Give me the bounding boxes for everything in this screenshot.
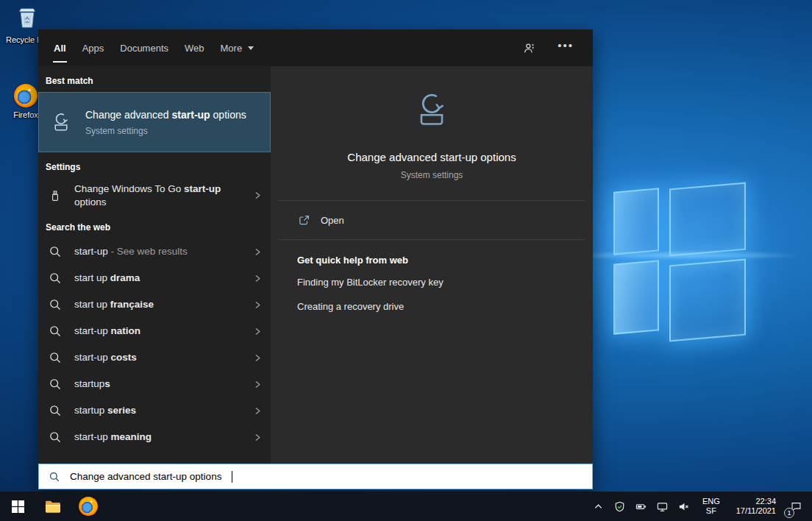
file-explorer-button[interactable] — [35, 492, 71, 521]
row-label: start-up costs — [74, 351, 137, 364]
action-center-button[interactable]: 1 — [784, 492, 812, 521]
search-icon — [49, 378, 62, 391]
search-icon — [49, 430, 62, 444]
clock-time: 22:34 — [755, 497, 776, 506]
web-suggestion[interactable]: start-up costs — [38, 344, 271, 371]
settings-result[interactable]: Change Windows To Go start-up options — [38, 178, 271, 213]
recycle-bin-icon — [13, 4, 41, 32]
tab-web[interactable]: Web — [177, 29, 213, 66]
chevron-right-icon — [254, 327, 262, 336]
row-label: startups — [74, 378, 110, 391]
chevron-right-icon — [254, 248, 262, 256]
taskbar-clock[interactable]: 22:34 17/11/2021 — [728, 497, 784, 516]
help-link[interactable]: Creating a recovery drive — [297, 294, 584, 319]
web-suggestion[interactable]: start-up nation — [38, 318, 271, 344]
row-label: start-up meaning — [74, 430, 152, 444]
settings-header: Settings — [38, 152, 271, 178]
row-label: start up drama — [74, 272, 140, 285]
web-suggestion[interactable]: start-up meaning — [38, 424, 271, 450]
security-shield-icon[interactable] — [609, 492, 630, 521]
best-match-result[interactable]: Change advanced start-up options System … — [38, 92, 271, 152]
search-icon — [49, 245, 62, 258]
chevron-right-icon — [254, 191, 262, 199]
preview-pane: Change advanced start-up options System … — [271, 66, 593, 464]
search-icon — [49, 404, 62, 417]
web-suggestion[interactable]: start-up - See web results — [38, 238, 271, 265]
tab-all[interactable]: All — [46, 29, 74, 66]
user-icon[interactable] — [523, 42, 535, 54]
usb-drive-icon — [49, 189, 62, 202]
battery-icon[interactable] — [630, 492, 652, 521]
search-query-text: Change advanced start-up options — [70, 471, 221, 482]
chevron-right-icon — [254, 354, 262, 362]
search-flyout: AllAppsDocumentsWebMore ••• Best match — [38, 29, 593, 489]
web-suggestion[interactable]: start up française — [38, 291, 271, 318]
best-match-subtitle: System settings — [85, 126, 246, 136]
preview-subtitle: System settings — [401, 170, 463, 180]
search-icon — [49, 351, 62, 364]
firefox-icon — [14, 84, 38, 107]
clock-date: 17/11/2021 — [736, 506, 776, 516]
row-label: Change Windows To Go start-up options — [74, 182, 248, 209]
row-label: start-up nation — [74, 325, 140, 338]
open-label: Open — [321, 215, 344, 226]
firefox-icon — [79, 497, 98, 516]
web-suggestion[interactable]: startup series — [38, 397, 271, 424]
results-column: Best match Change advanced start-up opti… — [38, 66, 271, 464]
best-match-title: Change advanced start-up options — [85, 108, 246, 122]
row-label: startup series — [74, 404, 136, 417]
chevron-right-icon — [254, 407, 262, 415]
file-explorer-icon — [44, 497, 62, 515]
web-header: Search the web — [38, 213, 271, 238]
start-button[interactable] — [0, 492, 35, 521]
web-suggestion[interactable]: startups — [38, 371, 271, 397]
chevron-right-icon — [254, 380, 262, 389]
search-icon — [49, 471, 60, 483]
recovery-icon-large — [410, 88, 453, 131]
quick-help-header: Get quick help from web — [297, 255, 584, 266]
chevron-right-icon — [254, 301, 262, 309]
help-link[interactable]: Finding my BitLocker recovery key — [297, 270, 584, 294]
search-input[interactable]: Change advanced start-up options — [38, 464, 593, 489]
chevron-down-icon — [248, 46, 254, 50]
tab-documents[interactable]: Documents — [112, 29, 177, 66]
ellipsis-icon[interactable]: ••• — [558, 42, 574, 54]
windows-logo-light — [608, 175, 755, 352]
system-tray: ENG SF 22:34 17/11/2021 1 — [588, 492, 812, 521]
chevron-up-icon[interactable] — [588, 492, 609, 521]
tab-more[interactable]: More — [213, 29, 263, 66]
notification-badge: 1 — [784, 508, 794, 518]
search-icon — [49, 272, 62, 285]
best-match-header: Best match — [38, 66, 271, 92]
text-caret — [232, 471, 232, 483]
start-icon — [12, 500, 24, 513]
firefox-button[interactable] — [71, 492, 106, 521]
search-tabs-bar: AllAppsDocumentsWebMore ••• — [38, 29, 593, 66]
network-display-icon[interactable] — [652, 492, 673, 521]
recovery-icon — [49, 110, 73, 134]
row-label: start-up - See web results — [74, 245, 188, 258]
preview-title: Change advanced start-up options — [347, 151, 516, 163]
row-label: start up française — [74, 298, 154, 311]
search-icon — [49, 298, 62, 311]
language-indicator[interactable]: ENG SF — [694, 497, 728, 516]
chevron-right-icon — [254, 433, 262, 442]
open-external-icon — [299, 215, 310, 226]
taskbar: ENG SF 22:34 17/11/2021 1 — [0, 492, 812, 521]
search-icon — [49, 325, 62, 338]
volume-muted-icon[interactable] — [673, 492, 694, 521]
chevron-right-icon — [254, 274, 262, 283]
tab-apps[interactable]: Apps — [74, 29, 113, 66]
web-suggestion[interactable]: start up drama — [38, 265, 271, 291]
open-action[interactable]: Open — [271, 201, 593, 239]
